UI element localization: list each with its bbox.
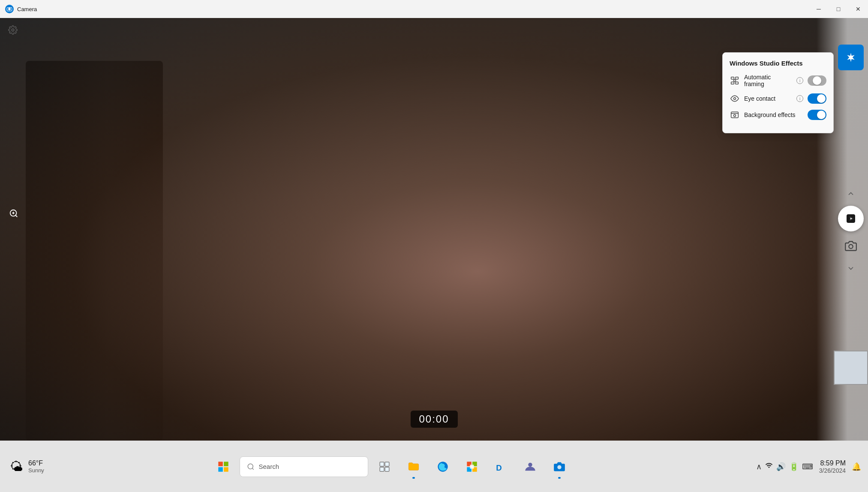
svg-text:D: D bbox=[496, 463, 502, 472]
svg-point-22 bbox=[248, 464, 253, 469]
svg-rect-26 bbox=[380, 467, 384, 471]
system-tray-area: ∧ 🔊 🔋 ⌨ 8:59 PM 3/26/2024 🔔 bbox=[688, 459, 868, 474]
camera-preview-area: Hangy Surface 00:00 Windows Studio Effec… bbox=[0, 18, 868, 441]
app-icon bbox=[5, 5, 14, 13]
svg-rect-8 bbox=[736, 77, 739, 79]
chevron-up-icon[interactable] bbox=[843, 186, 859, 201]
timer-display: 00:00 bbox=[410, 411, 457, 428]
clock-widget[interactable]: 8:59 PM 3/26/2024 bbox=[819, 459, 846, 474]
app-title: Camera bbox=[17, 6, 809, 12]
start-button[interactable] bbox=[210, 454, 236, 480]
taskbar-center: Search bbox=[94, 454, 688, 480]
effect-row-eye-contact: Eye contact i bbox=[730, 93, 826, 104]
maximize-button[interactable]: □ bbox=[829, 0, 848, 18]
eye-contact-icon bbox=[730, 93, 740, 104]
weather-description: Sunny bbox=[28, 467, 44, 474]
eye-contact-toggle-knob bbox=[817, 94, 826, 103]
tray-battery-icon[interactable]: 🔋 bbox=[789, 462, 799, 471]
close-button[interactable]: ✕ bbox=[848, 0, 868, 18]
svg-point-14 bbox=[734, 114, 736, 117]
weather-widget[interactable]: 🌤 66°F Sunny bbox=[0, 457, 94, 476]
weather-temperature: 66°F bbox=[28, 459, 44, 467]
automatic-framing-icon bbox=[730, 75, 740, 86]
background-effects-label: Background effects bbox=[744, 111, 803, 118]
title-bar: Camera ─ □ ✕ bbox=[0, 0, 868, 18]
tray-keyboard-icon[interactable]: ⌨ bbox=[802, 462, 813, 471]
search-placeholder-text: Search bbox=[259, 463, 279, 470]
zoom-icon[interactable] bbox=[7, 207, 21, 220]
background-effects-toggle[interactable] bbox=[808, 110, 826, 120]
eye-contact-label: Eye contact bbox=[744, 95, 792, 102]
gallery-thumbnail[interactable] bbox=[834, 351, 868, 385]
svg-rect-24 bbox=[380, 462, 384, 466]
camera-taskbar-button[interactable] bbox=[547, 454, 572, 480]
svg-line-4 bbox=[15, 215, 17, 217]
tray-volume-icon[interactable]: 🔊 bbox=[776, 462, 786, 471]
search-icon bbox=[247, 463, 255, 471]
studio-effects-panel: Windows Studio Effects Automatic framing… bbox=[722, 52, 834, 133]
automatic-framing-info-icon[interactable]: i bbox=[796, 77, 803, 84]
eye-contact-info-icon[interactable]: i bbox=[796, 95, 803, 102]
clock-time: 8:59 PM bbox=[820, 459, 846, 467]
svg-point-12 bbox=[734, 98, 736, 100]
eye-contact-toggle[interactable] bbox=[808, 93, 826, 104]
effect-row-automatic-framing: Automatic framing i bbox=[730, 74, 826, 87]
svg-point-17 bbox=[849, 245, 853, 249]
svg-rect-7 bbox=[731, 77, 734, 79]
dell-button[interactable]: D bbox=[488, 454, 514, 480]
weather-info: 66°F Sunny bbox=[28, 459, 44, 474]
automatic-framing-label: Automatic framing bbox=[744, 74, 792, 87]
panel-title: Windows Studio Effects bbox=[730, 60, 826, 67]
svg-point-35 bbox=[557, 465, 561, 469]
widgets-button[interactable] bbox=[372, 454, 397, 480]
minimize-button[interactable]: ─ bbox=[809, 0, 829, 18]
background-effects-icon bbox=[730, 110, 740, 120]
svg-point-11 bbox=[734, 80, 736, 82]
edge-button[interactable] bbox=[430, 454, 456, 480]
tray-chevron-icon[interactable]: ∧ bbox=[756, 462, 762, 471]
settings-gear-icon[interactable] bbox=[5, 22, 21, 38]
right-controls bbox=[834, 36, 868, 389]
system-tray: ∧ 🔊 🔋 ⌨ bbox=[756, 462, 813, 471]
svg-rect-18 bbox=[218, 462, 222, 466]
effect-row-background-effects: Background effects bbox=[730, 110, 826, 120]
svg-rect-21 bbox=[224, 467, 228, 472]
svg-rect-32 bbox=[470, 465, 474, 468]
search-bar[interactable]: Search bbox=[240, 456, 368, 477]
photo-button[interactable] bbox=[841, 236, 861, 256]
weather-icon: 🌤 bbox=[7, 457, 26, 476]
svg-rect-9 bbox=[731, 82, 734, 84]
effects-toggle-button[interactable] bbox=[838, 45, 864, 70]
svg-line-23 bbox=[252, 468, 253, 469]
svg-point-2 bbox=[12, 29, 14, 31]
svg-point-0 bbox=[8, 8, 11, 10]
window-controls: ─ □ ✕ bbox=[809, 0, 868, 18]
automatic-framing-toggle[interactable] bbox=[808, 75, 826, 86]
notification-bell-icon[interactable]: 🔔 bbox=[852, 462, 861, 471]
record-button[interactable] bbox=[838, 206, 864, 231]
svg-rect-27 bbox=[385, 467, 389, 471]
svg-rect-20 bbox=[218, 467, 222, 472]
automatic-framing-toggle-knob bbox=[813, 76, 821, 85]
taskbar: 🌤 66°F Sunny Search bbox=[0, 441, 868, 492]
microsoft-store-button[interactable] bbox=[459, 454, 485, 480]
file-explorer-button[interactable] bbox=[401, 454, 426, 480]
background-effects-toggle-knob bbox=[817, 111, 826, 119]
svg-point-34 bbox=[528, 462, 532, 466]
teams-button[interactable] bbox=[517, 454, 543, 480]
clock-date: 3/26/2024 bbox=[819, 467, 846, 474]
chevron-down-icon[interactable] bbox=[843, 261, 859, 276]
svg-rect-19 bbox=[224, 462, 228, 466]
svg-rect-10 bbox=[736, 82, 739, 84]
tray-network-icon[interactable] bbox=[765, 462, 773, 471]
svg-rect-25 bbox=[385, 462, 389, 466]
